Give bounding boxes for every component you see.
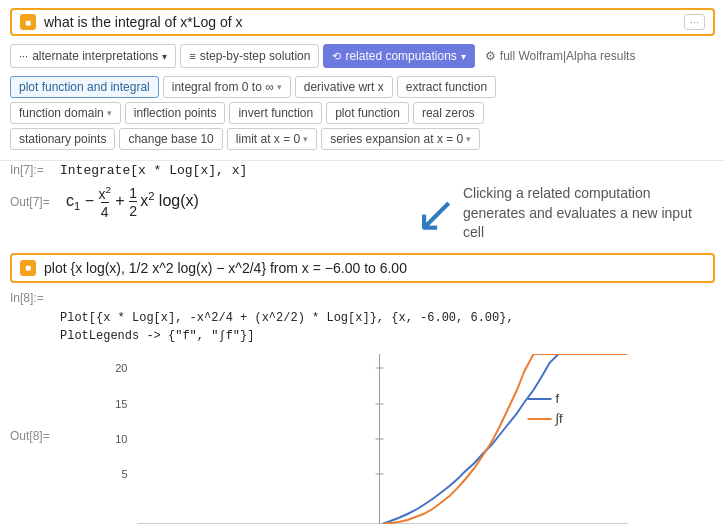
in7-code: Integrate[x * Log[x], x] (60, 163, 247, 178)
tab-alternate[interactable]: ··· alternate interpretations ▾ (10, 44, 176, 68)
chips-row-1: plot function and integral integral from… (10, 76, 715, 98)
query-dots-button[interactable]: ··· (684, 14, 705, 30)
tab-stepbystep-label: step-by-step solution (200, 49, 311, 63)
svg-text:20: 20 (115, 362, 127, 374)
plot-svg: 5 10 15 20 -6 -4 -2 0 2 4 6 (60, 349, 715, 524)
tab-stepbystep[interactable]: ≡ step-by-step solution (180, 44, 319, 68)
lines-icon: ≡ (189, 50, 195, 62)
blue-arrow-icon: ↙ (415, 194, 457, 234)
chart-container: 5 10 15 20 -6 -4 -2 0 2 4 6 (60, 349, 715, 524)
chevron-down-icon-series: ▾ (466, 134, 471, 144)
chip-fn-domain-label: function domain (19, 106, 104, 120)
chart-area: Out[8]= 5 10 15 20 (0, 349, 725, 524)
notebook-in8-code: Plot[{x * Log[x], -x^2/4 + (x^2/2) * Log… (0, 305, 725, 349)
chevron-down-icon-limit: ▾ (303, 134, 308, 144)
chip-real-zeros-label: real zeros (422, 106, 475, 120)
chevron-down-icon-integral: ▾ (277, 82, 282, 92)
in7-label: In[7]:= (10, 163, 60, 177)
in8-line2: PlotLegends -> {"f", "∫f"}] (60, 327, 715, 345)
chip-plot-fn-label: plot function (335, 106, 400, 120)
query-text: what is the integral of x*Log of x (44, 14, 684, 30)
chip-invert[interactable]: invert function (229, 102, 322, 124)
in8-label: In[8]:= (10, 291, 60, 305)
query-bar-2[interactable]: ■ plot {x log(x), 1/2 x^2 log(x) − x^2/4… (10, 253, 715, 283)
notebook-in7: In[7]:= Integrate[x * Log[x], x] (0, 161, 725, 180)
chip-integral-from[interactable]: integral from 0 to ∞ ▾ (163, 76, 291, 98)
tab-wolfram[interactable]: ⚙ full Wolfram|Alpha results (479, 45, 642, 67)
chip-derivative-label: derivative wrt x (304, 80, 384, 94)
tab-related[interactable]: ⟲ related computations ▾ (323, 44, 474, 68)
tab-wolfram-label: full Wolfram|Alpha results (500, 49, 636, 63)
chip-plot-fn-integral-label: plot function and integral (19, 80, 150, 94)
query-text-2: plot {x log(x), 1/2 x^2 log(x) − x^2/4} … (44, 260, 705, 276)
chip-inflection[interactable]: inflection points (125, 102, 226, 124)
svg-text:10: 10 (115, 433, 127, 445)
chip-extract-fn[interactable]: extract function (397, 76, 496, 98)
chips-row-2: function domain ▾ inflection points inve… (10, 102, 715, 124)
chevron-down-icon: ▾ (162, 51, 167, 62)
tab-related-label: related computations (345, 49, 456, 63)
chip-inflection-label: inflection points (134, 106, 217, 120)
chips-row-3: stationary points change base 10 limit a… (10, 128, 715, 150)
svg-text:5: 5 (121, 468, 127, 480)
chip-limit-label: limit at x = 0 (236, 132, 300, 146)
query-icon: ■ (20, 14, 36, 30)
chip-plot-fn[interactable]: plot function (326, 102, 409, 124)
chip-series-label: series expansion at x = 0 (330, 132, 463, 146)
related-icon: ⟲ (332, 50, 341, 63)
out7-math: c1 − x24 + 12 x2 log(x) (66, 184, 199, 220)
chevron-down-icon-related: ▾ (461, 51, 466, 62)
chip-limit[interactable]: limit at x = 0 ▾ (227, 128, 317, 150)
chip-stationary[interactable]: stationary points (10, 128, 115, 150)
chevron-down-icon-domain: ▾ (107, 108, 112, 118)
chip-series[interactable]: series expansion at x = 0 ▾ (321, 128, 480, 150)
tabs-row: ··· alternate interpretations ▾ ≡ step-b… (10, 44, 715, 68)
tab-alternate-label: alternate interpretations (32, 49, 158, 63)
chip-fn-domain[interactable]: function domain ▾ (10, 102, 121, 124)
svg-text:f: f (556, 391, 560, 406)
query-icon-2: ■ (20, 260, 36, 276)
chip-stationary-label: stationary points (19, 132, 106, 146)
chip-change-base-label: change base 10 (128, 132, 213, 146)
gear-icon: ⚙ (485, 49, 496, 63)
in8-line1: Plot[{x * Log[x], -x^2/4 + (x^2/2) * Log… (60, 309, 715, 327)
chip-real-zeros[interactable]: real zeros (413, 102, 484, 124)
chip-derivative[interactable]: derivative wrt x (295, 76, 393, 98)
notebook-in8-label-row: In[8]:= (0, 289, 725, 305)
chip-change-base[interactable]: change base 10 (119, 128, 222, 150)
chip-integral-from-label: integral from 0 to ∞ (172, 80, 274, 94)
chip-extract-fn-label: extract function (406, 80, 487, 94)
chip-plot-fn-integral[interactable]: plot function and integral (10, 76, 159, 98)
out8-label: Out[8]= (10, 349, 60, 443)
svg-text:∫f: ∫f (555, 411, 564, 426)
svg-text:15: 15 (115, 398, 127, 410)
annotation-text: Clicking a related computation generates… (463, 184, 715, 243)
query-bar[interactable]: ■ what is the integral of x*Log of x ··· (10, 8, 715, 36)
dots-icon: ··· (19, 50, 28, 62)
chip-invert-label: invert function (238, 106, 313, 120)
out7-label: Out[7]= (10, 195, 60, 209)
